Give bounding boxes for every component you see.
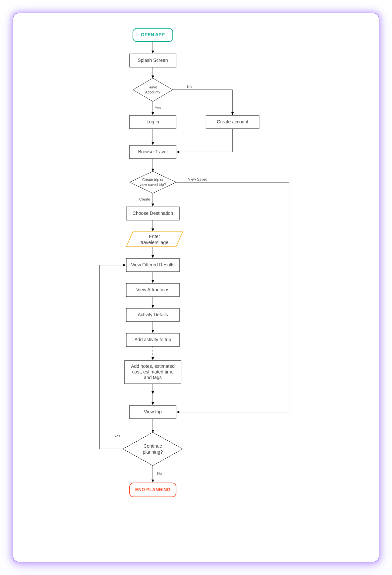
flowchart-card: OPEN APP Splash Screen Have Account? Yes…	[13, 13, 379, 562]
activity-details-label: Activity Details	[138, 312, 168, 317]
have-yes-label: Yes	[155, 106, 161, 110]
node-open-app: OPEN APP	[133, 28, 173, 42]
canvas: OPEN APP Splash Screen Have Account? Yes…	[0, 0, 392, 575]
flowchart-svg: OPEN APP Splash Screen Have Account? Yes…	[13, 13, 379, 562]
continue-label-1: Continue	[144, 443, 162, 449]
node-view-attractions: View Attractions	[126, 283, 179, 297]
add-notes-label-2: cost, estimated time	[132, 369, 174, 374]
node-activity-details: Activity Details	[126, 308, 179, 322]
browse-travel-label: Browse Travel	[138, 149, 168, 154]
create-account-label: Create account	[217, 119, 248, 124]
add-notes-label-3: and tags	[144, 375, 162, 380]
create-or-view-label-1: Create trip or	[142, 178, 164, 182]
splash-label: Splash Screen	[138, 58, 168, 63]
edge-view-saved	[176, 182, 289, 412]
node-log-in: Log in	[130, 115, 176, 129]
node-choose-destination: Choose Destination	[126, 207, 179, 220]
continue-no-label: No	[157, 472, 162, 476]
enter-age-label-1: Enter	[149, 234, 160, 239]
edge-create-browse	[177, 129, 233, 152]
node-continue-planning: Continue planning?	[123, 432, 183, 466]
create-label: Create	[139, 197, 150, 201]
node-create-or-view: Create trip or view saved trip?	[130, 171, 176, 193]
node-view-filtered: View Filtered Results	[126, 258, 179, 272]
edge-continue-yes-loop	[100, 265, 126, 449]
node-browse-travel: Browse Travel	[130, 145, 176, 159]
add-notes-label-1: Add notes, estimated	[131, 363, 175, 369]
node-add-notes: Add notes, estimated cost, estimated tim…	[125, 360, 181, 384]
create-or-view-label-2: view saved trip?	[140, 183, 166, 187]
have-account-label-2: Account?	[145, 90, 160, 94]
node-create-account: Create account	[206, 115, 259, 129]
node-have-account: Have Account?	[133, 78, 173, 101]
continue-yes-label: Yes	[114, 434, 120, 438]
choose-destination-label: Choose Destination	[133, 211, 173, 216]
continue-label-2: planning?	[143, 449, 163, 455]
have-no-label: No	[187, 85, 192, 89]
node-view-trip: View trip	[130, 405, 176, 419]
view-attractions-label: View Attractions	[136, 287, 169, 292]
edge-have-no	[173, 90, 233, 115]
node-splash-screen: Splash Screen	[130, 54, 176, 67]
enter-age-label-2: travelers' age	[141, 240, 168, 245]
view-trip-label: View trip	[144, 409, 162, 414]
node-enter-age: Enter travelers' age	[126, 232, 183, 247]
node-add-activity: Add activity to trip	[126, 333, 179, 347]
have-account-label-1: Have	[148, 85, 157, 89]
open-app-label: OPEN APP	[141, 32, 165, 37]
node-end-planning: END PLANNING	[130, 483, 176, 497]
view-saved-label: View Saved	[188, 177, 207, 181]
log-in-label: Log in	[147, 119, 159, 124]
add-activity-label: Add activity to trip	[135, 337, 171, 342]
view-filtered-label: View Filtered Results	[131, 262, 174, 267]
end-planning-label: END PLANNING	[135, 487, 171, 492]
